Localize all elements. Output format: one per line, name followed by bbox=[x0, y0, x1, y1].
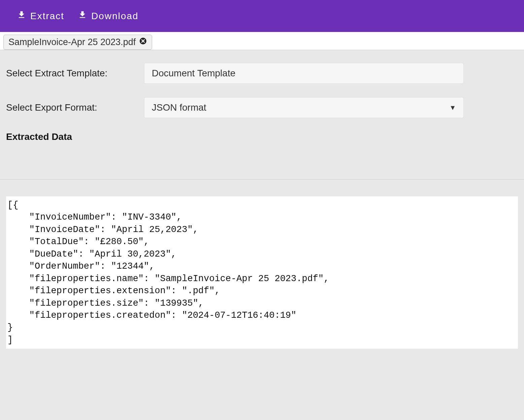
form-area: Select Extract Template: Document Templa… bbox=[0, 50, 524, 156]
template-row: Select Extract Template: Document Templa… bbox=[6, 63, 518, 84]
file-tab[interactable]: SampleInvoice-Apr 25 2023.pdf bbox=[3, 35, 152, 50]
file-tab-label: SampleInvoice-Apr 25 2023.pdf bbox=[8, 37, 136, 47]
template-label: Select Extract Template: bbox=[6, 68, 144, 79]
template-select[interactable]: Document Template bbox=[144, 63, 464, 84]
download-button-label: Download bbox=[91, 11, 139, 22]
template-select-value: Document Template bbox=[152, 68, 236, 79]
download-icon bbox=[17, 10, 26, 22]
format-label: Select Export Format: bbox=[6, 102, 144, 113]
extracted-data-heading: Extracted Data bbox=[6, 131, 518, 142]
download-button[interactable]: Download bbox=[78, 10, 139, 22]
format-select-value: JSON format bbox=[152, 102, 206, 113]
chevron-down-icon: ▼ bbox=[449, 104, 456, 112]
close-icon[interactable] bbox=[139, 37, 147, 47]
format-row: Select Export Format: JSON format ▼ bbox=[6, 97, 518, 118]
output-area: [{ "InvoiceNumber": "INV-3340", "Invoice… bbox=[0, 180, 524, 355]
file-tab-row: SampleInvoice-Apr 25 2023.pdf bbox=[0, 32, 524, 50]
extract-button[interactable]: Extract bbox=[17, 10, 64, 22]
download-icon bbox=[78, 10, 87, 22]
extract-button-label: Extract bbox=[30, 11, 64, 22]
output-box: [{ "InvoiceNumber": "INV-3340", "Invoice… bbox=[6, 196, 518, 349]
format-select[interactable]: JSON format ▼ bbox=[144, 97, 464, 118]
toolbar: Extract Download bbox=[0, 0, 524, 32]
